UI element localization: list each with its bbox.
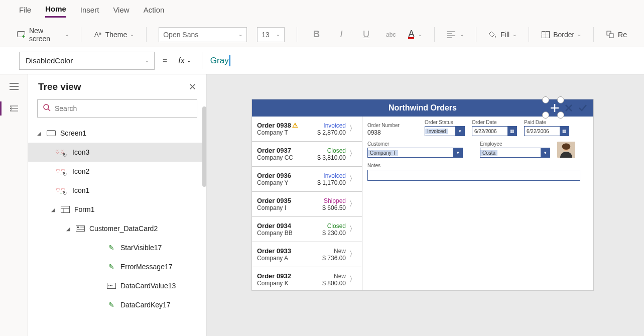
tree-node-customer-card[interactable]: ◢ Customer_DataCard2 (28, 219, 206, 238)
border-button[interactable]: Border ⌄ (541, 30, 581, 39)
order-item[interactable]: Order 0932Company KNew$ 800.00〉 (252, 267, 362, 290)
reorder-button[interactable]: Re (606, 30, 627, 39)
pencil-icon (106, 263, 116, 271)
tree-node-datacardkey[interactable]: DataCardKey17 (28, 295, 206, 314)
preview-title: Northwind Orders (389, 103, 457, 113)
expander-icon[interactable]: ◢ (37, 131, 42, 136)
tree-title: Tree view (38, 81, 81, 92)
theme-button[interactable]: Aᵃ Theme ⌄ (93, 30, 135, 39)
theme-icon: Aᵃ (93, 30, 102, 39)
order-item[interactable]: Order 0937Company CCClosed$ 3,810.00〉 (252, 142, 362, 167)
font-select[interactable]: Open Sans ⌄ (159, 27, 247, 42)
order-item[interactable]: Order 0933Company ANew$ 736.00〉 (252, 242, 362, 267)
tree-node-icon1[interactable]: ♡♡ +↻ Icon1 (28, 181, 206, 200)
tree-node-starvisible[interactable]: StarVisible17 (28, 238, 206, 257)
fill-label: Fill (500, 31, 509, 39)
svg-rect-8 (77, 227, 79, 228)
label-order-date: Order Date (472, 120, 517, 125)
treeview-rail-button[interactable] (8, 103, 20, 114)
tree-node-icon2[interactable]: ♡♡ +↻ Icon2 (28, 162, 206, 181)
order-item[interactable]: Order 0936Company YInvoiced$ 1,170.00〉 (252, 167, 362, 192)
menu-home[interactable]: Home (45, 5, 66, 18)
selection-handles[interactable] (542, 96, 564, 119)
order-name: Order 0938⚠ (257, 122, 314, 129)
order-item[interactable]: Order 0935Company IShipped$ 606.50〉 (252, 192, 362, 217)
input-order-date[interactable]: 6/22/2006 ▦ (472, 126, 517, 136)
tree-label: Icon3 (72, 148, 89, 156)
order-form: Order Number 0938 Order Status Invoiced … (362, 117, 593, 290)
fontsize-select[interactable]: 13 ⌄ (257, 27, 285, 42)
order-name: Order 0932 (257, 272, 314, 280)
bold-button[interactable]: B (309, 29, 324, 40)
canvas[interactable]: Northwind Orders Order 0938⚠Company TInv… (207, 74, 644, 336)
formula-bar: DisabledColor ⌄ = fx⌄ Gray (0, 47, 644, 74)
fontcolor-button[interactable]: A ⌄ (408, 30, 422, 39)
new-screen-button[interactable]: New screen ⌄ (17, 27, 69, 43)
order-status: Closed (314, 147, 346, 154)
chevron-down-icon: ⌄ (512, 32, 517, 37)
fontcolor-icon: A (408, 30, 414, 39)
menu-view[interactable]: View (113, 6, 129, 17)
formula-input[interactable]: Gray (210, 52, 625, 70)
search-icon (43, 103, 51, 114)
tree-label: StarVisible17 (120, 244, 162, 252)
tree-node-errormsg[interactable]: ErrorMessage17 (28, 257, 206, 276)
tree-label: Screen1 (60, 129, 86, 137)
input-notes[interactable] (367, 170, 580, 181)
expander-icon[interactable]: ◢ (51, 207, 56, 212)
textbox-icon (106, 282, 116, 290)
order-company: Company I (257, 204, 314, 211)
label-customer: Customer (367, 141, 463, 147)
expander-icon[interactable]: ◢ (66, 226, 71, 232)
select-order-status[interactable]: Invoiced ▾ (425, 126, 465, 136)
fx-button[interactable]: fx⌄ (175, 52, 193, 70)
separator (297, 27, 297, 42)
menu-insert[interactable]: Insert (80, 6, 99, 17)
select-employee[interactable]: Costa ▾ (480, 148, 550, 158)
chevron-down-icon: ▾ (541, 148, 550, 157)
chevron-down-icon: ▾ (453, 148, 462, 157)
input-paid-date[interactable]: 6/22/2006 ▦ (524, 126, 569, 136)
close-panel-button[interactable]: ✕ (189, 81, 196, 92)
tree-node-datacardvalue[interactable]: DataCardValue13 (28, 276, 206, 295)
menu-file[interactable]: File (19, 6, 31, 17)
svg-point-5 (44, 104, 49, 109)
chevron-right-icon: 〉 (349, 199, 357, 209)
confirm-icon[interactable] (577, 102, 588, 114)
order-company: Company Y (257, 179, 314, 186)
align-button[interactable]: ⌄ (447, 30, 464, 39)
font-value: Open Sans (163, 31, 198, 39)
chevron-right-icon: 〉 (349, 224, 357, 235)
hamburger-button[interactable] (8, 81, 20, 91)
order-status: New (314, 248, 346, 255)
pencil-icon (106, 301, 116, 309)
separator (81, 27, 81, 42)
chevron-down-icon: ⌄ (418, 32, 422, 37)
tree-search-input[interactable] (55, 104, 192, 113)
tree-node-icon3[interactable]: ♡♡ +↻ Icon3 (28, 143, 206, 162)
chevron-down-icon: ⌄ (65, 32, 69, 37)
order-item[interactable]: Order 0938⚠Company TInvoiced$ 2,870.00〉 (252, 117, 362, 142)
italic-button[interactable]: I (334, 29, 348, 40)
pencil-icon (106, 244, 116, 252)
chevron-right-icon: 〉 (349, 249, 357, 260)
fill-button[interactable]: Fill ⌄ (488, 30, 517, 39)
employee-avatar (557, 142, 575, 158)
tree-node-form1[interactable]: ◢ Form1 (28, 200, 206, 219)
cancel-icon[interactable] (563, 102, 574, 114)
fx-icon: fx⌄ (175, 56, 193, 65)
scrollbar-thumb[interactable] (202, 106, 206, 187)
strike-button[interactable]: abc (383, 31, 398, 38)
chevron-down-icon: ⌄ (577, 32, 581, 37)
tree-search[interactable] (37, 99, 197, 118)
tree-node-screen1[interactable]: ◢ Screen1 (28, 124, 206, 143)
property-value: DisabledColor (26, 56, 73, 65)
orders-list[interactable]: Order 0938⚠Company TInvoiced$ 2,870.00〉O… (252, 117, 362, 290)
select-customer[interactable]: Company T ▾ (367, 148, 463, 158)
property-select[interactable]: DisabledColor ⌄ (19, 52, 155, 70)
separator (529, 27, 529, 42)
tree-panel: Tree view ✕ ◢ Screen1 ♡♡ +↻ Icon3 ♡♡ +↻ (28, 74, 207, 336)
underline-button[interactable]: U (359, 29, 373, 40)
order-item[interactable]: Order 0934Company BBClosed$ 230.00〉 (252, 217, 362, 242)
menu-action[interactable]: Action (144, 6, 165, 17)
